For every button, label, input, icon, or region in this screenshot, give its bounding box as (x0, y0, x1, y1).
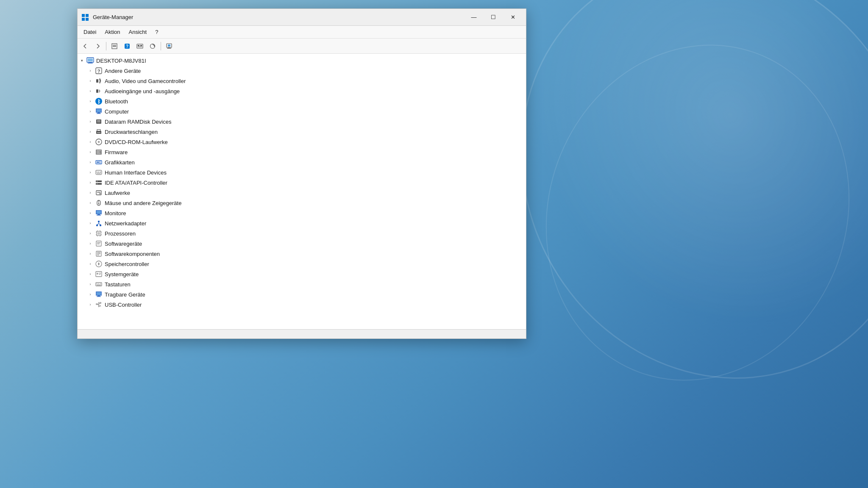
druck-label: Druckwarteschlangen (105, 129, 158, 135)
dataram-arrow[interactable]: › (86, 116, 95, 127)
ide-icon (95, 178, 103, 187)
svg-rect-10 (138, 45, 139, 46)
tree-item-prozessoren[interactable]: › Prozessoren (78, 228, 526, 238)
minimize-button[interactable]: — (464, 11, 484, 24)
svg-rect-22 (88, 63, 93, 64)
scan-button[interactable] (134, 41, 146, 52)
tree-item-firmware[interactable]: › Firmware (78, 147, 526, 157)
tree-item-monitore[interactable]: › Monitore (78, 208, 526, 218)
svg-rect-35 (97, 122, 100, 122)
tree-item-grafik[interactable]: › Grafikkarten (78, 157, 526, 167)
svg-rect-86 (97, 244, 100, 244)
menu-bar: Datei Aktion Ansicht ? (78, 26, 526, 39)
tree-item-ide[interactable]: › IDE ATA/ATAPI-Controller (78, 177, 526, 188)
softkomp-arrow[interactable]: › (86, 249, 95, 259)
tree-item-softgeraet[interactable]: › Softwaregeräte (78, 238, 526, 249)
tree-item-audioein[interactable]: › Audioeingänge und -ausgänge (78, 86, 526, 96)
audio-arrow[interactable]: › (86, 76, 95, 86)
svg-rect-1 (86, 14, 89, 17)
svg-rect-47 (97, 161, 99, 163)
properties-button[interactable] (108, 41, 120, 52)
netz-label: Netzwerkadapter (105, 220, 146, 227)
tree-item-bluetooth[interactable]: › ᛒ Bluetooth (78, 96, 526, 106)
tree-item-system[interactable]: › Systemgeräte (78, 269, 526, 279)
speicher-label: Speichercontroller (105, 261, 149, 267)
menu-datei[interactable]: Datei (79, 27, 100, 37)
tastaturen-arrow[interactable]: › (86, 279, 95, 289)
svg-rect-59 (97, 192, 100, 193)
laufwerke-icon (95, 189, 103, 197)
tree-item-audio[interactable]: › Audio, Video und Gamecontroller (78, 76, 526, 86)
svg-rect-95 (99, 274, 100, 275)
prozessoren-label: Prozessoren (105, 230, 136, 237)
show-computer-button[interactable] (163, 41, 175, 52)
help-button[interactable]: ? (121, 41, 133, 52)
maximize-button[interactable]: ☐ (484, 11, 503, 24)
grafik-arrow[interactable]: › (86, 157, 95, 167)
monitore-arrow[interactable]: › (86, 208, 95, 218)
laufwerke-arrow[interactable]: › (86, 188, 95, 198)
firmware-arrow[interactable]: › (86, 147, 95, 157)
tree-item-druck[interactable]: › Druckwarteschlangen (78, 127, 526, 137)
tree-item-speicher[interactable]: › Speichercontroller (78, 259, 526, 269)
tree-item-dataram[interactable]: › Dataram RAMDisk Devices (78, 116, 526, 127)
dvd-arrow[interactable]: › (86, 137, 95, 147)
computer-arrow[interactable]: › (86, 106, 95, 116)
svg-rect-3 (86, 18, 89, 21)
toolbar-sep-2 (161, 42, 161, 50)
andere-geraete-arrow[interactable]: › (86, 66, 95, 76)
usb-label: USB-Controller (105, 302, 142, 308)
tree-view-content[interactable]: ▾ DESKTOP-M8JV81I › ? And (78, 54, 526, 329)
usb-arrow[interactable]: › (86, 299, 95, 310)
back-button[interactable] (79, 41, 91, 52)
system-arrow[interactable]: › (86, 269, 95, 279)
tragbare-arrow[interactable]: › (86, 289, 95, 299)
window-icon (81, 13, 89, 22)
svg-rect-30 (97, 109, 101, 112)
audioein-arrow[interactable]: › (86, 86, 95, 96)
svg-rect-93 (97, 273, 98, 274)
update-button[interactable] (147, 41, 159, 52)
softkomp-label: Softwarekomponenten (105, 251, 160, 257)
menu-aktion[interactable]: Aktion (100, 27, 124, 37)
svg-rect-69 (100, 225, 101, 226)
tree-root[interactable]: ▾ DESKTOP-M8JV81I (78, 55, 526, 66)
maeuse-label: Mäuse und andere Zeigegeräte (105, 200, 181, 206)
close-button[interactable]: ✕ (503, 11, 523, 24)
tree-item-laufwerke[interactable]: › Laufwerke (78, 188, 526, 198)
tree-item-dvd[interactable]: › DVD/CD-ROM-Laufwerke (78, 137, 526, 147)
menu-ansicht[interactable]: Ansicht (125, 27, 151, 37)
ide-arrow[interactable]: › (86, 177, 95, 188)
forward-button[interactable] (92, 41, 104, 52)
speicher-icon (95, 260, 103, 268)
bluetooth-arrow[interactable]: › (86, 96, 95, 106)
svg-point-41 (98, 141, 99, 142)
audio-label: Audio, Video und Gamecontroller (105, 78, 186, 84)
softgeraet-arrow[interactable]: › (86, 238, 95, 249)
svg-rect-32 (97, 114, 101, 114)
tree-item-netz[interactable]: › Netzwerkadapter (78, 218, 526, 228)
hid-icon (95, 168, 103, 177)
tree-item-computer[interactable]: › Computer (78, 106, 526, 116)
tree-item-tastaturen[interactable]: › Tastaturen (78, 279, 526, 289)
hid-arrow[interactable]: › (86, 167, 95, 177)
prozessoren-arrow[interactable]: › (86, 228, 95, 238)
netz-arrow[interactable]: › (86, 218, 95, 228)
druck-arrow[interactable]: › (86, 127, 95, 137)
speicher-arrow[interactable]: › (86, 259, 95, 269)
maeuse-arrow[interactable]: › (86, 198, 95, 208)
svg-rect-26 (96, 89, 98, 93)
svg-rect-99 (100, 283, 101, 284)
tree-item-hid[interactable]: › Human Interface Devices (78, 167, 526, 177)
tree-item-tragbare[interactable]: › Tragbare Geräte (78, 289, 526, 299)
andere-geraete-icon: ? (95, 67, 103, 75)
svg-point-60 (100, 193, 101, 194)
menu-help[interactable]: ? (151, 27, 162, 37)
tree-item-softkomp[interactable]: › Softwarekomponenten (78, 249, 526, 259)
tree-item-andere-geraete[interactable]: › ? Andere Geräte (78, 66, 526, 76)
svg-rect-68 (96, 225, 98, 226)
tree-item-maeuse[interactable]: › Mäuse und andere Zeigegeräte (78, 198, 526, 208)
root-expand-arrow[interactable]: ▾ (78, 55, 86, 66)
firmware-label: Firmware (105, 149, 128, 155)
tree-item-usb[interactable]: › USB-Controller (78, 299, 526, 310)
